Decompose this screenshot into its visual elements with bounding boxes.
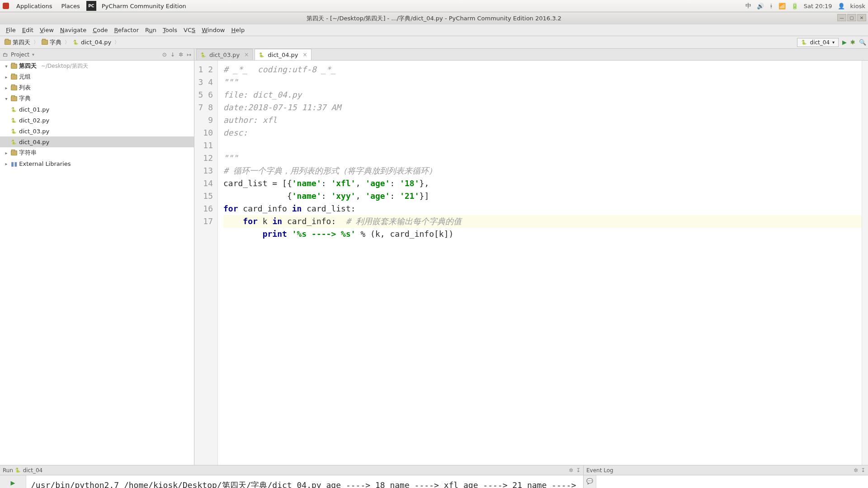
chevron-right-icon: 〉 <box>33 39 39 46</box>
menu-edit[interactable]: Edit <box>19 25 37 35</box>
event-log-panel: Event Log ✲↧ 💬 ☰ ↩ ✓ 🖶 🗑 ? <box>583 465 868 488</box>
run-config-selector[interactable]: 🐍 dict_04 ▾ <box>797 38 839 47</box>
rerun-button[interactable]: ▶ <box>9 478 18 487</box>
gear-icon[interactable]: ✲ <box>569 467 573 474</box>
run-output[interactable]: /usr/bin/python2.7 /home/kiosk/Desktop/第… <box>26 475 583 488</box>
close-icon[interactable]: × <box>303 52 307 58</box>
tree-folder-str[interactable]: ▸字符串 <box>0 147 194 158</box>
tree-file[interactable]: 🐍dict_02.py <box>0 115 194 126</box>
run-panel: Run 🐍 dict_04 ✲↧ ▶ ■ ⏸ ↥ ⟳ ✕ ? /usr/bin/… <box>0 465 583 488</box>
python-file-icon: 🐍 <box>200 52 207 58</box>
code-editor[interactable]: 1 2 3 4 5 6 7 8 9 10 11 12 13 14 15 16 1… <box>194 61 868 465</box>
debug-button[interactable]: ✱ <box>850 39 855 46</box>
menu-vcs[interactable]: VCS <box>180 25 198 35</box>
gear-icon[interactable]: ✲ <box>854 467 858 474</box>
library-icon: ▮▮ <box>11 160 17 167</box>
hide-icon[interactable]: ↧ <box>576 467 580 474</box>
tree-external-libraries[interactable]: ▸▮▮External Libraries <box>0 158 194 169</box>
user-name[interactable]: kiosk <box>850 3 865 9</box>
python-file-icon: 🐍 <box>73 39 79 46</box>
collapse-icon[interactable]: ⊙ <box>162 52 167 58</box>
tree-folder-list[interactable]: ▸列表 <box>0 82 194 93</box>
menu-run[interactable]: Run <box>142 25 160 35</box>
menu-navigate[interactable]: Navigate <box>57 25 90 35</box>
python-file-icon: 🐍 <box>11 106 17 113</box>
minimize-button[interactable]: — <box>837 14 846 21</box>
editor-area: 🐍dict_03.py× 🐍dict_04.py× 1 2 3 4 5 6 7 … <box>194 49 868 465</box>
menu-view[interactable]: View <box>37 25 57 35</box>
chevron-down-icon: ▾ <box>32 52 34 57</box>
tree-file-selected[interactable]: 🐍dict_04.py <box>0 136 194 147</box>
menu-file[interactable]: File <box>3 25 19 35</box>
breadcrumb-seg-root[interactable]: 第四天 <box>2 38 33 47</box>
main-menu-bar: File Edit View Navigate Code Refactor Ru… <box>0 24 868 36</box>
tab-dict03[interactable]: 🐍dict_03.py× <box>196 49 253 60</box>
gnome-logo-icon <box>3 3 9 9</box>
window-title: 第四天 - [~/Desktop/第四天] - .../字典/dict_04.p… <box>0 12 868 24</box>
line-gutter: 1 2 3 4 5 6 7 8 9 10 11 12 13 14 15 16 1… <box>194 61 218 465</box>
event-log-toolbar: 💬 ☰ ↩ ✓ 🖶 🗑 ? <box>584 475 596 488</box>
folder-icon <box>11 150 17 155</box>
hide-icon[interactable]: ↦ <box>187 52 191 58</box>
folder-icon <box>42 40 48 45</box>
run-toolbar: ▶ ■ ⏸ ↥ ⟳ ✕ ? <box>0 475 26 488</box>
python-file-icon: 🐍 <box>801 39 807 46</box>
tree-file[interactable]: 🐍dict_03.py <box>0 126 194 136</box>
gnome-active-app[interactable]: PyCharm Community Edition <box>98 1 190 11</box>
python-file-icon: 🐍 <box>15 467 21 474</box>
code-content[interactable]: # _*_ coding:utf-8 _*_ """ file: dict_04… <box>218 61 862 465</box>
balloon-icon[interactable]: 💬 <box>586 478 593 484</box>
bluetooth-icon[interactable]: ᚼ <box>769 3 773 9</box>
toolbar: 第四天 〉 字典 〉 🐍dict_04.py 〉 🐍 dict_04 ▾ ▶ ✱… <box>0 36 868 49</box>
gnome-top-bar: Applications Places PC PyCharm Community… <box>0 0 868 12</box>
project-icon: 🗀 <box>3 52 8 58</box>
menu-window[interactable]: Window <box>198 25 228 35</box>
folder-icon <box>11 85 17 90</box>
tree-root[interactable]: ▾第四天~/Desktop/第四天 <box>0 61 194 71</box>
ime-indicator-icon[interactable]: 中 <box>745 2 751 10</box>
python-file-icon: 🐍 <box>259 52 265 58</box>
run-panel-header[interactable]: Run 🐍 dict_04 ✲↧ <box>0 465 583 475</box>
tree-folder-dict[interactable]: ▾字典 <box>0 93 194 104</box>
wifi-icon[interactable]: 📶 <box>778 3 786 9</box>
python-file-icon: 🐍 <box>11 139 17 145</box>
python-file-icon: 🐍 <box>11 128 17 134</box>
gnome-applications-menu[interactable]: Applications <box>13 1 56 11</box>
menu-help[interactable]: Help <box>228 25 248 35</box>
close-icon[interactable]: × <box>244 52 249 58</box>
event-log-header[interactable]: Event Log ✲↧ <box>584 465 868 475</box>
editor-tabs: 🐍dict_03.py× 🐍dict_04.py× <box>194 49 868 61</box>
breadcrumb: 第四天 〉 字典 〉 🐍dict_04.py 〉 <box>2 38 120 47</box>
clock[interactable]: Sat 20:19 <box>804 3 832 9</box>
search-button[interactable]: 🔍 <box>859 39 866 46</box>
tree-file[interactable]: 🐍dict_01.py <box>0 104 194 115</box>
menu-code[interactable]: Code <box>90 25 111 35</box>
editor-right-margin <box>862 61 868 465</box>
pycharm-taskicon[interactable]: PC <box>86 1 96 11</box>
battery-icon[interactable]: 🔋 <box>791 3 798 9</box>
tree-folder-tuple[interactable]: ▸元组 <box>0 71 194 82</box>
window-title-text: 第四天 - [~/Desktop/第四天] - .../字典/dict_04.p… <box>307 14 561 23</box>
project-panel: 🗀 Project ▾ ⊙ ↓ ✲ ↦ ▾第四天~/Desktop/第四天 ▸元… <box>0 49 194 465</box>
project-tree[interactable]: ▾第四天~/Desktop/第四天 ▸元组 ▸列表 ▾字典 🐍dict_01.p… <box>0 61 194 465</box>
breadcrumb-seg-file[interactable]: 🐍dict_04.py <box>70 38 114 47</box>
folder-icon <box>11 64 17 69</box>
run-button[interactable]: ▶ <box>842 39 847 46</box>
python-file-icon: 🐍 <box>11 117 17 123</box>
chevron-right-icon: 〉 <box>114 39 120 46</box>
chevron-right-icon: 〉 <box>64 39 70 46</box>
gear-icon[interactable]: ✲ <box>179 52 183 58</box>
close-button[interactable]: ✕ <box>857 14 866 21</box>
folder-icon <box>11 75 17 80</box>
user-indicator-icon[interactable]: 👤 <box>838 3 845 9</box>
gnome-places-menu[interactable]: Places <box>57 1 83 11</box>
menu-refactor[interactable]: Refactor <box>111 25 142 35</box>
project-panel-header[interactable]: 🗀 Project ▾ ⊙ ↓ ✲ ↦ <box>0 49 194 61</box>
volume-icon[interactable]: 🔊 <box>757 3 764 9</box>
scroll-to-source-icon[interactable]: ↓ <box>170 52 175 58</box>
breadcrumb-seg-folder[interactable]: 字典 <box>39 38 64 47</box>
menu-tools[interactable]: Tools <box>160 25 180 35</box>
maximize-button[interactable]: ▢ <box>847 14 856 21</box>
hide-icon[interactable]: ↧ <box>861 467 865 474</box>
tab-dict04[interactable]: 🐍dict_04.py× <box>255 49 311 60</box>
